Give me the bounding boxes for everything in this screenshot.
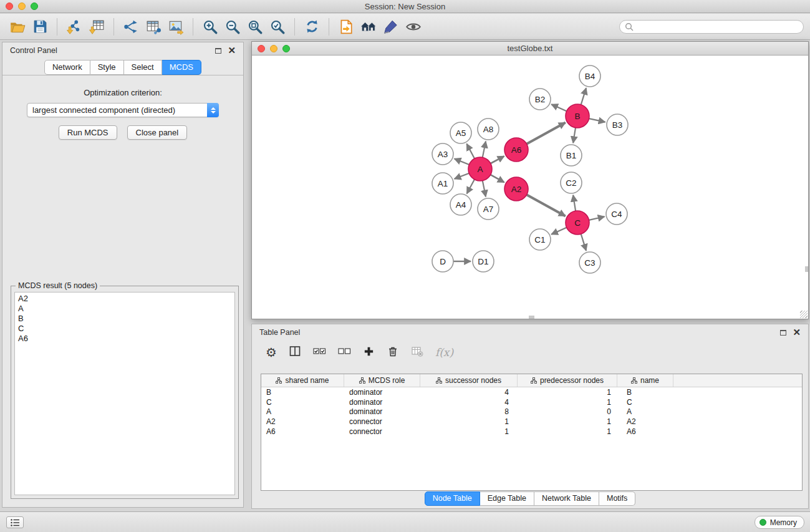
edge-C-C2[interactable] [573, 195, 576, 211]
delete-column-button[interactable] [387, 345, 399, 359]
zoom-out-button[interactable] [221, 16, 244, 37]
node-A[interactable]: A [468, 157, 492, 181]
node-B3[interactable]: B3 [607, 114, 628, 135]
table-settings-button[interactable]: ⚙ [266, 346, 277, 359]
column-browser-button[interactable] [289, 345, 301, 359]
node-A2[interactable]: A2 [504, 177, 528, 201]
show-hide-button[interactable] [402, 16, 425, 37]
tab-edge-table[interactable]: Edge Table [480, 491, 534, 506]
delete-table-button[interactable] [411, 345, 423, 359]
node-C[interactable]: C [566, 211, 589, 235]
annotation-pen-button[interactable] [380, 16, 402, 37]
result-item-a2[interactable]: A2 [18, 294, 231, 304]
edge-A-A3[interactable] [455, 158, 470, 165]
import-table-button[interactable] [85, 16, 108, 37]
tab-network-table[interactable]: Network Table [534, 491, 599, 506]
edge-A2-C[interactable] [527, 195, 566, 216]
node-A5[interactable]: A5 [450, 122, 471, 143]
node-B1[interactable]: B1 [561, 145, 582, 166]
function-builder-button[interactable]: f(x) [435, 346, 453, 359]
node-A8[interactable]: A8 [478, 118, 499, 140]
network-canvas[interactable]: B4B2BB3A8A5A6B1A3AA1C2A2A4A7C4CC1C3DD1 [252, 56, 808, 319]
node-C4[interactable]: C4 [606, 203, 627, 225]
create-column-button[interactable] [363, 346, 375, 359]
open-session-button[interactable] [6, 16, 29, 37]
column-header-successor-nodes[interactable]: successor nodes [420, 374, 518, 387]
new-network-button[interactable] [120, 16, 142, 37]
node-B4[interactable]: B4 [579, 65, 600, 87]
node-C1[interactable]: C1 [529, 229, 551, 250]
refresh-view-button[interactable] [301, 16, 323, 37]
column-header-name[interactable]: name [617, 374, 673, 387]
search-input[interactable] [636, 22, 798, 31]
result-item-a[interactable]: A [18, 304, 231, 314]
scrollbar-nub[interactable] [805, 266, 808, 272]
network-graph[interactable]: B4B2BB3A8A5A6B1A3AA1C2A2A4A7C4CC1C3DD1 [252, 56, 808, 319]
export-image-button[interactable] [165, 16, 187, 37]
tab-mcds[interactable]: MCDS [162, 60, 201, 75]
tab-style[interactable]: Style [90, 60, 124, 75]
node-D1[interactable]: D1 [473, 251, 494, 272]
result-item-a6[interactable]: A6 [18, 334, 231, 344]
close-panel-button[interactable]: Close panel [127, 125, 188, 140]
zoom-selected-button[interactable] [266, 16, 289, 37]
edge-C-C1[interactable] [551, 228, 567, 235]
node-A6[interactable]: A6 [504, 138, 528, 162]
result-item-c[interactable]: C [18, 324, 231, 334]
edge-B-B2[interactable] [551, 104, 567, 111]
edge-C-C3[interactable] [581, 234, 586, 251]
resize-gripper[interactable] [800, 311, 808, 318]
tab-select[interactable]: Select [124, 60, 162, 75]
column-header-mcds-role[interactable]: MCDS role [344, 374, 420, 387]
node-C2[interactable]: C2 [561, 172, 582, 193]
zoom-fit-button[interactable] [244, 16, 266, 37]
edge-B-B1[interactable] [573, 128, 576, 143]
edge-A-A8[interactable] [483, 142, 486, 158]
edge-B-B4[interactable] [581, 88, 586, 105]
edge-A-A5[interactable] [466, 144, 475, 159]
run-mcds-button[interactable]: Run MCDS [59, 125, 117, 140]
column-header-shared-name[interactable]: shared name [261, 374, 344, 387]
edge-A-A7[interactable] [483, 181, 486, 197]
close-panel-icon[interactable]: ✕ [228, 47, 236, 54]
node-B2[interactable]: B2 [529, 89, 551, 110]
node-C3[interactable]: C3 [579, 252, 600, 273]
mcds-app-button[interactable] [335, 16, 357, 37]
select-all-button[interactable] [313, 345, 326, 359]
save-session-button[interactable] [29, 16, 51, 37]
edge-A-A4[interactable] [467, 180, 475, 194]
mcds-result-list[interactable]: A2ABCA6 [14, 292, 235, 495]
float-table-panel-icon[interactable] [780, 330, 786, 336]
table-row[interactable]: Bdominator41B [261, 387, 802, 397]
float-panel-icon[interactable] [215, 48, 221, 54]
close-table-panel-icon[interactable]: ✕ [793, 329, 801, 336]
node-A1[interactable]: A1 [432, 173, 453, 194]
search-field[interactable] [619, 20, 804, 34]
edge-B-B3[interactable] [589, 118, 605, 122]
node-A3[interactable]: A3 [432, 143, 453, 165]
node-B[interactable]: B [566, 104, 589, 128]
table-row[interactable]: Adominator80A [261, 407, 802, 417]
edge-A-A1[interactable] [455, 173, 470, 179]
table-row[interactable]: Cdominator41C [261, 397, 802, 407]
node-A7[interactable]: A7 [478, 198, 499, 220]
tab-motifs[interactable]: Motifs [599, 491, 635, 506]
new-table-button[interactable] [142, 16, 165, 37]
edge-A-A6[interactable] [491, 156, 504, 163]
edge-C-C4[interactable] [589, 216, 605, 220]
zoom-in-button[interactable] [199, 16, 221, 37]
table-row[interactable]: A6connector11A6 [261, 427, 802, 437]
import-network-button[interactable] [63, 16, 85, 37]
scrollbar-nub[interactable] [529, 316, 534, 319]
result-item-b[interactable]: B [18, 314, 231, 324]
node-D[interactable]: D [432, 251, 453, 272]
tab-network[interactable]: Network [44, 60, 90, 75]
node-A4[interactable]: A4 [450, 194, 471, 215]
table-row[interactable]: A2connector11A2 [261, 417, 802, 427]
edge-A-A2[interactable] [491, 175, 504, 182]
memory-button[interactable]: Memory [755, 516, 804, 529]
tab-node-table[interactable]: Node Table [425, 491, 480, 506]
criterion-dropdown[interactable]: largest connected component (directed) [27, 103, 219, 117]
column-header-predecessor-nodes[interactable]: predecessor nodes [518, 374, 617, 387]
show-panels-button[interactable] [6, 516, 24, 528]
